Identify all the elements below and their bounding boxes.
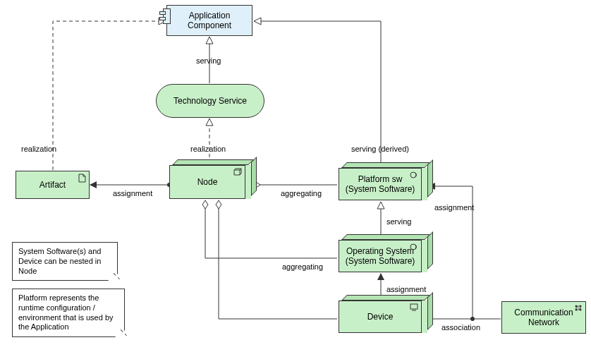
edge-aggregating2: aggregating — [282, 262, 323, 271]
node-box[interactable]: Node — [169, 165, 251, 199]
edge-serving1: serving — [196, 56, 221, 65]
document-icon — [78, 174, 86, 185]
artifact-label: Artifact — [39, 180, 66, 190]
diagram-canvas: Application Component Technology Service… — [0, 0, 591, 364]
edge-aggregating1: aggregating — [281, 189, 322, 198]
technology-service-label: Technology Service — [173, 96, 247, 106]
edge-association: association — [441, 323, 480, 332]
device-label: Device — [367, 312, 394, 322]
component-icon — [159, 8, 171, 24]
edge-serving-derived: serving (derived) — [351, 145, 409, 153]
note-nested: System Software(s) and Device can be nes… — [12, 242, 118, 281]
note-platform: Platform represents the runtime configur… — [12, 289, 125, 337]
edge-realization2: realization — [190, 145, 226, 153]
network-icon — [574, 304, 583, 314]
node-icon — [233, 168, 242, 178]
svg-point-2 — [410, 244, 416, 250]
application-component-box[interactable]: Application Component — [166, 5, 252, 36]
note-nested-text: System Software(s) and Device can be nes… — [18, 247, 101, 275]
technology-service-box[interactable]: Technology Service — [156, 84, 264, 118]
application-component-label: Application Component — [188, 11, 231, 31]
artifact-box[interactable]: Artifact — [16, 171, 90, 199]
edge-assignment3: assignment — [434, 203, 474, 212]
device-box[interactable]: Device — [339, 301, 427, 333]
node-label: Node — [197, 177, 218, 187]
device-icon — [410, 303, 418, 313]
comm-network-label: Communication Network — [514, 308, 573, 328]
operating-system-label: Operating System (System Software) — [346, 246, 415, 267]
edge-assignment1: assignment — [113, 189, 152, 198]
syssw-icon — [410, 171, 418, 181]
edge-assignment2: assignment — [386, 285, 426, 293]
comm-network-box[interactable]: Communication Network — [501, 301, 586, 334]
operating-system-box[interactable]: Operating System (System Software) — [339, 240, 427, 272]
svg-rect-3 — [410, 304, 418, 309]
edge-realization1: realization — [21, 145, 56, 153]
platform-sw-label: Platform sw (System Software) — [346, 174, 415, 195]
platform-sw-box[interactable]: Platform sw (System Software) — [339, 168, 427, 200]
edge-serving2: serving — [386, 217, 411, 226]
svg-point-1 — [410, 172, 416, 178]
syssw-icon-2 — [410, 243, 418, 253]
note-platform-text: Platform represents the runtime configur… — [18, 293, 114, 331]
